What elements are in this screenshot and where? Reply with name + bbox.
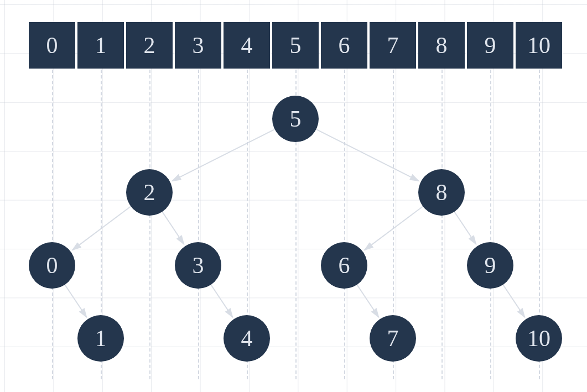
diagram-stage: 012345678910 528036914710 — [0, 0, 587, 392]
tree-node: 5 — [272, 96, 319, 142]
array-cell: 7 — [370, 22, 416, 69]
tree-node: 6 — [321, 242, 367, 289]
array-cell: 1 — [77, 22, 124, 69]
array-cell: 0 — [29, 22, 75, 69]
tree-node: 8 — [418, 169, 465, 216]
guide-line — [344, 70, 345, 379]
array-cell: 6 — [321, 22, 367, 69]
guide-line — [149, 70, 150, 379]
array-cell: 5 — [272, 22, 319, 69]
guide-line — [441, 70, 443, 379]
tree-node: 4 — [224, 315, 270, 362]
tree-node: 9 — [467, 242, 513, 289]
tree-node: 0 — [29, 242, 75, 289]
tree-node: 3 — [175, 242, 221, 289]
array-cell: 9 — [467, 22, 513, 69]
array-cell: 8 — [418, 22, 465, 69]
array-cell: 3 — [175, 22, 221, 69]
tree-node: 2 — [126, 169, 173, 216]
guide-line — [52, 70, 53, 379]
array-cell: 2 — [126, 22, 173, 69]
tree-node: 1 — [77, 315, 124, 362]
tree-node: 10 — [516, 315, 562, 362]
array-cell: 10 — [516, 22, 562, 69]
tree-node: 7 — [370, 315, 416, 362]
guide-line — [490, 70, 491, 379]
array-cell: 4 — [224, 22, 270, 69]
guide-line — [198, 70, 199, 379]
